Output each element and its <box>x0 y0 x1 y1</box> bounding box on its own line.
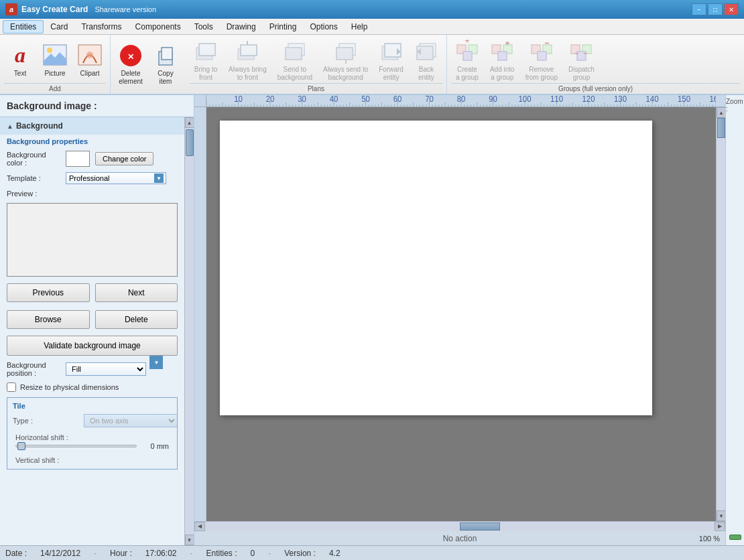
always-bg-label: Always send tobackground <box>323 66 368 82</box>
entities-label: Entities : <box>206 549 237 558</box>
h-scroll-left[interactable]: ◀ <box>194 522 205 531</box>
zoom-thumb[interactable] <box>729 535 741 540</box>
canvas-v-scroll: ▲ ▼ <box>716 107 725 521</box>
preview-row: Preview : <box>0 187 184 200</box>
action-bar: No action 100 % <box>194 531 725 545</box>
bg-position-row: Backgroundposition : Fill Stretch Center… <box>0 358 184 380</box>
copy-item-label: Copyitem <box>158 70 173 86</box>
svg-text:60: 60 <box>393 95 402 103</box>
svg-text:70: 70 <box>425 95 434 103</box>
menu-printing[interactable]: Printing <box>263 21 304 33</box>
h-shift-value: 0 mm <box>142 442 169 450</box>
text-icon: a <box>8 44 32 68</box>
scroll-up-arrow[interactable]: ▲ <box>185 117 194 128</box>
panel-content: ▲ Background Background properties Backg… <box>0 117 184 545</box>
template-select[interactable]: Professional Business Casual Formal <box>66 172 166 184</box>
svg-text:100: 100 <box>518 95 531 103</box>
ruler-corner <box>194 95 206 107</box>
menu-options[interactable]: Options <box>303 21 344 33</box>
create-group-btn[interactable]: + Createa group <box>451 38 483 83</box>
copy-item-btn[interactable]: Copyitem <box>149 42 182 87</box>
resize-label: Resize to physical dimensions <box>20 383 119 391</box>
add-into-group-btn[interactable]: Add intoa group <box>486 38 519 83</box>
picture-btn[interactable]: Picture <box>39 38 71 83</box>
forward-entity-btn[interactable]: Forwardentity <box>375 38 408 83</box>
svg-text:80: 80 <box>457 95 466 103</box>
change-color-btn[interactable]: Change color <box>95 152 153 165</box>
validate-bg-btn[interactable]: Validate background image <box>7 336 178 356</box>
app-version: Shareware version <box>95 5 156 13</box>
zoom-label: Zoom : <box>726 98 744 113</box>
menu-drawing[interactable]: Drawing <box>220 21 263 33</box>
svg-text:✕: ✕ <box>127 52 134 62</box>
date-value: 14/12/2012 <box>40 549 80 558</box>
text-btn[interactable]: a Text <box>4 38 36 83</box>
nav-buttons-row: Previous Next <box>0 279 184 306</box>
h-scroll-right[interactable]: ▶ <box>715 522 725 531</box>
back-entity-btn[interactable]: Backentity <box>410 38 442 83</box>
canvas-v-track <box>717 118 725 510</box>
clipart-icon <box>78 44 102 68</box>
ribbon-add-group: a Text Picture <box>0 35 111 94</box>
always-bring-front-btn[interactable]: Always bringto front <box>225 38 271 83</box>
ribbon-groups-group: + Createa group Add intoa group <box>447 35 744 94</box>
delete-icon: ✕ <box>119 44 143 68</box>
canvas-v-thumb[interactable] <box>717 118 725 138</box>
bring-front-icon <box>194 40 218 64</box>
previous-btn[interactable]: Previous <box>7 283 90 302</box>
tile-title: Tile <box>13 402 172 410</box>
hour-label: Hour : <box>110 549 132 558</box>
h-scroll-thumb[interactable] <box>460 522 500 531</box>
svg-rect-15 <box>286 48 302 60</box>
tile-type-select[interactable]: On two axis Horizontal Vertical <box>84 414 178 427</box>
h-shift-thumb[interactable] <box>17 442 25 450</box>
menu-transforms[interactable]: Transforms <box>74 21 128 33</box>
bring-to-front-btn[interactable]: Bring tofront <box>190 38 222 83</box>
resize-checkbox[interactable] <box>7 382 16 392</box>
canvas-content[interactable] <box>206 107 716 521</box>
canvas-scroll-down[interactable]: ▼ <box>717 510 725 521</box>
ruler-scroll-corner <box>716 95 725 107</box>
maximize-btn[interactable]: □ <box>708 3 723 15</box>
next-btn[interactable]: Next <box>95 283 178 302</box>
close-btn[interactable]: ✕ <box>724 3 739 15</box>
picture-btn-label: Picture <box>44 70 65 78</box>
always-front-label: Always bringto front <box>229 66 267 82</box>
back-entity-icon <box>414 40 438 64</box>
minimize-btn[interactable]: − <box>692 3 706 15</box>
preview-label: Preview : <box>7 190 60 198</box>
menu-components[interactable]: Components <box>129 21 188 33</box>
ruler-v-marks <box>194 107 206 521</box>
canvas-scroll-up[interactable]: ▲ <box>717 107 725 118</box>
bg-position-select[interactable]: Fill Stretch Center Tile <box>66 362 146 376</box>
svg-rect-31 <box>498 52 507 60</box>
tile-group: Tile Type : On two axis Horizontal Verti… <box>7 397 178 470</box>
clipart-btn[interactable]: Clipart <box>74 38 106 83</box>
dispatch-group-btn[interactable]: Dispatchgroup <box>564 38 599 83</box>
browse-btn[interactable]: Browse <box>7 310 90 329</box>
plans-group-label: Plans <box>190 83 442 92</box>
menu-card[interactable]: Card <box>44 21 74 33</box>
menu-entities[interactable]: Entities <box>3 20 44 33</box>
bg-position-label: Backgroundposition : <box>7 361 60 377</box>
create-group-label: Createa group <box>456 66 479 82</box>
ruler-row: 102030405060708090100110120130140150160 <box>194 95 725 107</box>
send-to-background-btn[interactable]: Send tobackground <box>273 38 316 83</box>
remove-from-group-btn[interactable]: Removefrom group <box>521 38 562 83</box>
delete-element-btn[interactable]: ✕ Deleteelement <box>115 42 147 87</box>
always-send-bg-btn[interactable]: Always send tobackground <box>319 38 372 83</box>
scroll-down-arrow[interactable]: ▼ <box>185 535 194 545</box>
menu-tools[interactable]: Tools <box>188 21 220 33</box>
tile-type-label: Type : <box>13 417 80 425</box>
h-shift-label: Horizontal shift : <box>13 433 68 441</box>
background-section-header[interactable]: ▲ Background <box>0 117 184 135</box>
menu-help[interactable]: Help <box>345 21 375 33</box>
title-bar: a Easy Create Card Shareware version − □… <box>0 0 744 19</box>
forward-entity-icon <box>379 40 404 64</box>
version-label: Version : <box>284 549 316 558</box>
ribbon-plans-buttons: Bring tofront Always bringto front <box>190 38 442 83</box>
card-canvas[interactable] <box>220 121 652 415</box>
svg-text:30: 30 <box>298 95 306 103</box>
delete-bg-btn[interactable]: Delete <box>95 310 178 329</box>
scroll-thumb[interactable] <box>186 129 194 156</box>
